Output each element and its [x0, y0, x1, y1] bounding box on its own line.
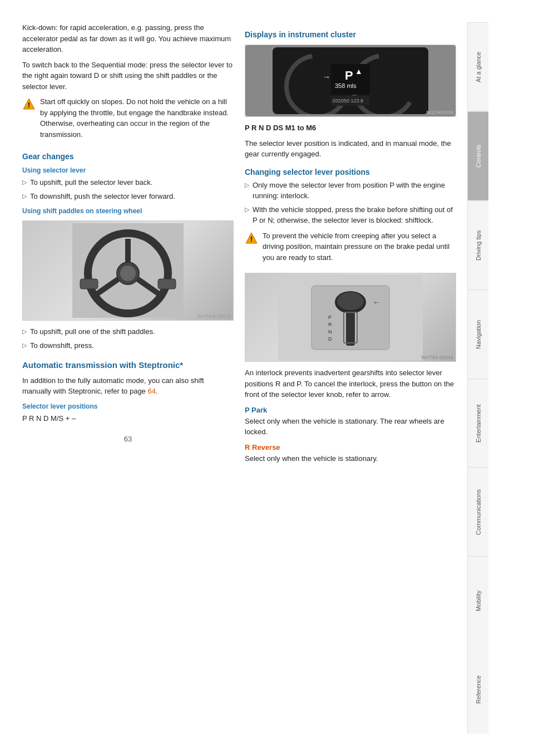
svg-rect-9: [158, 279, 176, 289]
svg-text:P: P: [328, 315, 332, 320]
svg-text:▲: ▲: [355, 67, 363, 76]
svg-text:R: R: [328, 322, 332, 327]
intro-para-2: To switch back to the Sequential mode: p…: [22, 60, 234, 92]
steering-wheel-svg: [72, 223, 184, 318]
image-id-selector: WVT64-00546: [421, 355, 453, 360]
warning-box-1: ! Start off quickly on slopes. Do not ho…: [22, 96, 234, 144]
changing-bullet-arrow-2: ▷: [245, 205, 249, 214]
prnd-description: The selector lever position is indicated…: [245, 138, 456, 160]
prnd-text: P R N D DS M1 to M6: [245, 122, 456, 134]
left-column: Kick-down: for rapid acceleration, e.g. …: [22, 22, 234, 734]
changing-bullet-arrow-1: ▷: [245, 180, 249, 190]
bullet-arrow-icon: ▷: [22, 178, 27, 187]
selector-lever-svg: ← P R N D: [278, 274, 423, 361]
svg-text:→: →: [323, 72, 330, 81]
warning-icon-2: !: [245, 232, 258, 245]
displays-heading: Displays in instrument cluster: [245, 30, 456, 39]
sidebar-tab-at-a-glance[interactable]: At a glance: [468, 22, 488, 111]
sidebar-tab-entertainment[interactable]: Entertainment: [468, 379, 488, 468]
gear-changes-heading: Gear changes: [22, 152, 234, 161]
bullet-arrow-icon-3: ▷: [22, 327, 27, 336]
selector-bullet-1: ▷ To upshift, pull the selector lever ba…: [22, 177, 234, 188]
using-selector-lever-heading: Using selector lever: [22, 166, 234, 174]
sidebar-tab-communications[interactable]: Communications: [468, 467, 488, 556]
selector-bullet-text-1: To upshift, pull the selector lever back…: [30, 177, 152, 188]
steering-wheel-image: WVT64L00576: [22, 220, 234, 321]
intro-para-1: Kick-down: for rapid acceleration, e.g. …: [22, 22, 234, 55]
changing-bullet-1: ▷ Only move the selector lever from posi…: [245, 180, 456, 202]
image-id-instrument: NG2900506: [426, 110, 453, 115]
image-id-steering: WVT64L00576: [197, 313, 231, 319]
page-number: 63: [22, 435, 234, 443]
instrument-display-svg: P ▲ → 358 mls 032050 123.8: [273, 47, 428, 114]
paddles-bullet-2: ▷ To downshift, press.: [22, 340, 234, 351]
sidebar-tab-reference[interactable]: Reference: [468, 645, 488, 734]
svg-text:N: N: [328, 329, 332, 335]
instrument-cluster-image: P ▲ → 358 mls 032050 123.8 NG2900506: [245, 45, 456, 117]
interlock-text: An interlock prevents inadvertent gearsh…: [245, 367, 456, 400]
selector-lever-positions-heading: Selector lever positions: [22, 402, 234, 410]
page-link[interactable]: 64: [147, 387, 155, 395]
using-shift-paddles-heading: Using shift paddles on steering wheel: [22, 207, 234, 215]
right-column: Displays in instrument cluster P ▲ → 358…: [245, 22, 456, 734]
paddles-bullet-text-1: To upshift, pull one of the shift paddle…: [30, 326, 155, 337]
changing-bullet-text-1: Only move the selector lever from positi…: [253, 180, 456, 202]
svg-point-26: [337, 292, 364, 310]
svg-text:P: P: [345, 68, 353, 82]
selector-bullet-2: ▷ To downshift, push the selector lever …: [22, 191, 234, 202]
paddles-bullet-text-2: To downshift, press.: [30, 340, 94, 351]
warning-icon-1: !: [22, 97, 36, 111]
p-park-text: Select only when the vehicle is stationa…: [245, 416, 456, 438]
auto-transmission-intro: In addition to the fully automatic mode,…: [22, 375, 234, 397]
svg-text:032050  123.8: 032050 123.8: [333, 98, 363, 104]
bullet-arrow-icon-2: ▷: [22, 192, 27, 201]
r-reverse-text: Select only when the vehicle is stationa…: [245, 453, 456, 464]
changing-bullet-2: ▷ With the vehicle stopped, press the br…: [245, 204, 456, 226]
sidebar-tab-driving-tips[interactable]: Driving tips: [468, 200, 488, 289]
selector-lever-positions-value: P R N D M/S + –: [22, 413, 234, 424]
svg-text:!: !: [28, 101, 30, 109]
svg-rect-27: [346, 312, 355, 346]
paddles-bullet-1: ▷ To upshift, pull one of the shift padd…: [22, 326, 234, 337]
svg-text:D: D: [328, 336, 332, 342]
svg-point-10: [120, 266, 136, 281]
warning-text-1: Start off quickly on slopes. Do not hold…: [40, 96, 234, 140]
warning-box-2: ! To prevent the vehicle from creeping a…: [245, 230, 456, 268]
warning-text-2: To prevent the vehicle from creeping aft…: [263, 230, 456, 263]
svg-text:←: ←: [373, 298, 380, 307]
selector-bullet-text-2: To downshift, push the selector lever fo…: [30, 191, 175, 202]
bullet-arrow-icon-4: ▷: [22, 341, 27, 350]
changing-selector-heading: Changing selector lever positions: [245, 168, 456, 176]
sidebar-tab-controls[interactable]: Controls: [468, 111, 488, 200]
svg-text:358 mls: 358 mls: [335, 82, 357, 89]
svg-rect-8: [80, 279, 98, 289]
changing-bullet-text-2: With the vehicle stopped, press the brak…: [253, 204, 456, 226]
sidebar: At a glance Controls Driving tips Naviga…: [467, 22, 488, 734]
r-reverse-heading: R Reverse: [245, 443, 456, 451]
svg-text:!: !: [250, 235, 253, 243]
p-park-heading: P Park: [245, 406, 456, 414]
selector-lever-image: ← P R N D WVT64-00546: [245, 273, 456, 362]
sidebar-tab-navigation[interactable]: Navigation: [468, 289, 488, 379]
auto-transmission-heading: Automatic transmission with Steptronic*: [22, 360, 234, 371]
sidebar-tab-mobility[interactable]: Mobility: [468, 556, 488, 645]
